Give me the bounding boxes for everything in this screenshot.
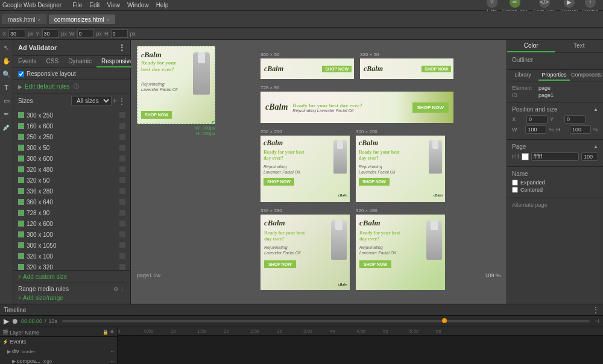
- timeline-menu-icon[interactable]: ⋮: [592, 306, 599, 314]
- canvas-inner: ');background-size:4px 4px;" data-name="…: [131, 40, 507, 281]
- centered-checkbox[interactable]: [512, 187, 518, 193]
- size-list-item[interactable]: 300 x 600: [13, 153, 130, 164]
- tab-mask[interactable]: mask.html×: [2, 14, 46, 24]
- size-list-item[interactable]: 250 x 250: [13, 131, 130, 142]
- selected-ad-editor[interactable]: ');background-size:4px 4px;" data-name="…: [137, 46, 215, 136]
- cta-360[interactable]: SHOP NOW: [322, 66, 352, 72]
- eye-icon[interactable]: 👁: [110, 330, 115, 335]
- h-prop-input[interactable]: [570, 125, 591, 134]
- rect-tool[interactable]: ▭: [1, 95, 12, 106]
- menu-window[interactable]: Window: [127, 2, 149, 8]
- compos-convert[interactable]: ↔: [110, 359, 115, 364]
- lock-icon[interactable]: 🔒: [103, 330, 109, 335]
- tab-events[interactable]: Events: [13, 56, 42, 67]
- cta-250[interactable]: SHOP NOW: [264, 178, 294, 186]
- fill-color-input[interactable]: [531, 152, 579, 161]
- subtab-properties[interactable]: Properties: [538, 70, 570, 81]
- sizes-menu-icon[interactable]: ⋮: [118, 97, 125, 105]
- eyedropper-tool[interactable]: 💉: [1, 122, 12, 133]
- cursor-tool[interactable]: ↖: [1, 42, 12, 53]
- compos-arrow[interactable]: ▶: [12, 359, 16, 364]
- ad-360x50[interactable]: cBalm SHOP NOW: [260, 58, 354, 79]
- zoom-tool[interactable]: 🔍: [1, 69, 12, 80]
- canvas-scroll[interactable]: ');background-size:4px 4px;" data-name="…: [131, 40, 507, 304]
- size-list-item[interactable]: 320 x 480: [13, 164, 130, 175]
- size-list-item[interactable]: 320 x 50: [13, 175, 130, 186]
- timeline-scrubber[interactable]: 00.5s1s1.5s2s2.5s3s3.5s4s4.5s5s5.5s6s: [118, 327, 603, 364]
- subtab-components[interactable]: Components: [570, 70, 603, 81]
- timeline-bar[interactable]: [62, 320, 590, 322]
- sizes-filter[interactable]: All sizes: [71, 96, 112, 106]
- subtab-library[interactable]: Library: [507, 70, 538, 81]
- ad-cta-small[interactable]: SHOP NOW: [141, 111, 172, 119]
- tab-dynamic[interactable]: Dynamic: [63, 56, 96, 67]
- size-list-item[interactable]: 360 x 640: [13, 196, 130, 207]
- pen-tool[interactable]: ✒: [1, 108, 12, 119]
- position-arrow[interactable]: ▲: [593, 107, 598, 112]
- size-list-item[interactable]: 120 x 600: [13, 218, 130, 229]
- name-section: Name Expanded Centered: [507, 167, 603, 198]
- cta-320[interactable]: SHOP NOW: [421, 66, 451, 72]
- add-size-range[interactable]: + Add size/range: [18, 295, 63, 301]
- text-tool[interactable]: T: [1, 82, 12, 93]
- tab-commonsizes-close[interactable]: ×: [107, 17, 110, 23]
- brand-320: cBalm: [364, 64, 383, 74]
- fill-swatch[interactable]: [522, 153, 529, 160]
- div-arrow[interactable]: ▶: [7, 349, 11, 354]
- edit-rules-link[interactable]: Edit default rules: [25, 83, 70, 90]
- w-input[interactable]: [77, 30, 94, 38]
- tab-css[interactable]: CSS: [42, 56, 64, 67]
- menu-edit[interactable]: Edit: [89, 2, 99, 8]
- menu-file[interactable]: File: [72, 2, 82, 8]
- tab-color[interactable]: Color: [507, 40, 555, 52]
- tab-text[interactable]: Text: [555, 40, 604, 52]
- x-input[interactable]: [8, 30, 25, 38]
- ad-320x480[interactable]: cBalm Ready for your best day ever? Reju…: [356, 215, 445, 290]
- size-list-item[interactable]: 300 x 1050: [13, 240, 130, 251]
- cta-728[interactable]: SHOP NOW: [412, 102, 449, 113]
- menu-help[interactable]: Help: [156, 2, 169, 8]
- cta-320x480[interactable]: SHOP NOW: [359, 260, 391, 268]
- size-list-item[interactable]: 300 x 100: [13, 229, 130, 240]
- responsive-layout-checkbox[interactable]: [18, 71, 24, 77]
- ad-728x90[interactable]: cBalm Ready for your best day ever? Reju…: [260, 92, 453, 123]
- sizes-add-icon[interactable]: +: [113, 97, 117, 105]
- panel-menu-icon[interactable]: ⋮: [118, 43, 125, 52]
- h-input[interactable]: [111, 30, 128, 38]
- hand-tool[interactable]: ✋: [1, 55, 12, 66]
- total-time: 12s: [49, 318, 58, 324]
- x-prop-input[interactable]: [526, 115, 548, 124]
- page-arrow[interactable]: ▲: [593, 144, 598, 149]
- cta-336[interactable]: SHOP NOW: [264, 260, 296, 268]
- tab-mask-close[interactable]: ×: [38, 17, 41, 23]
- size-list-item[interactable]: 320 x 100: [13, 251, 130, 262]
- ad-250x250[interactable]: cBalm Ready for your best day ever? Reju…: [260, 136, 350, 202]
- size-list-item[interactable]: 320 x 320: [13, 262, 130, 270]
- tab-commonsizes[interactable]: commonsizes.html×: [49, 14, 115, 24]
- y-input[interactable]: [42, 30, 59, 38]
- cta-300[interactable]: SHOP NOW: [359, 178, 390, 186]
- fill-opacity[interactable]: [581, 152, 598, 161]
- size-list-item[interactable]: 160 x 600: [13, 121, 130, 131]
- w-prop-input[interactable]: [525, 125, 546, 134]
- resize-handle[interactable]: [212, 121, 215, 124]
- add-custom-size[interactable]: + Add custom size: [18, 274, 67, 280]
- time-marker: 4s: [330, 328, 335, 334]
- menu-view[interactable]: View: [107, 2, 121, 8]
- size-list-item[interactable]: 728 x 90: [13, 207, 130, 218]
- ad-320x50[interactable]: cBalm SHOP NOW: [360, 58, 453, 79]
- size-list-item[interactable]: 336 x 280: [13, 186, 130, 196]
- expanded-checkbox[interactable]: [512, 180, 518, 186]
- ad-previews: 360 × 50 cBalm SHOP NOW 320 × 50: [260, 52, 453, 290]
- responsive-layout-row: Responsive layout: [13, 68, 130, 80]
- record-button[interactable]: ⏺: [11, 317, 19, 325]
- size-list-item[interactable]: 300 x 50: [13, 142, 130, 153]
- ad-300x250[interactable]: cBalm Ready for your best day ever? Reju…: [356, 136, 445, 202]
- time-marker: 1.5s: [197, 328, 206, 334]
- headline-250: Ready for your best day ever?: [264, 149, 306, 162]
- ad-336x280[interactable]: cBalm Ready for your best day ever? Reju…: [260, 215, 350, 290]
- play-button[interactable]: ▶: [4, 317, 9, 325]
- div-convert[interactable]: ↔: [110, 349, 115, 354]
- size-list-item[interactable]: 300 x 250: [13, 110, 130, 121]
- y-prop-input[interactable]: [564, 115, 586, 124]
